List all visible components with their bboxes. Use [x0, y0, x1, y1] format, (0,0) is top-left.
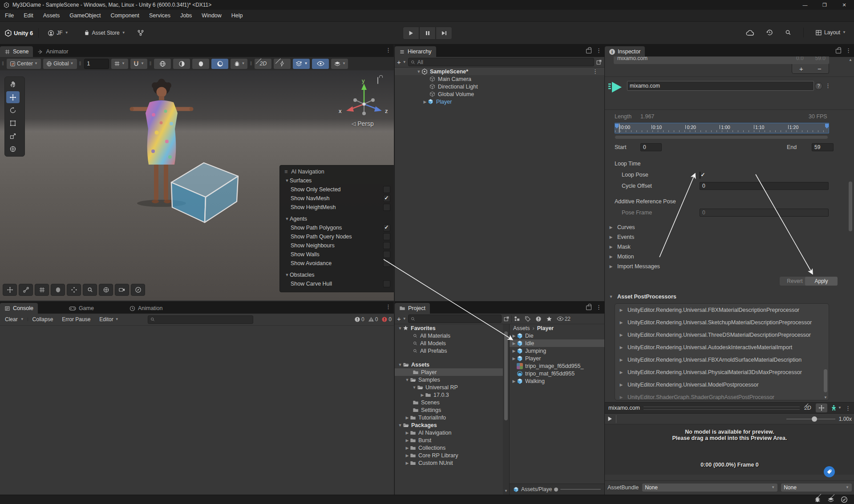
- hierarchy-search-field[interactable]: All: [408, 58, 594, 66]
- favorites-root[interactable]: ▼Favorites: [395, 324, 503, 332]
- cache-disabled-icon[interactable]: [827, 497, 834, 503]
- clip-end-marker[interactable]: [825, 124, 829, 129]
- hierarchy-scene-root[interactable]: ▼ SampleScene* ⋮: [395, 68, 604, 75]
- menu-file[interactable]: File: [0, 10, 19, 21]
- postprocessor-row[interactable]: ▶UnityEditor.Rendering.Universal.Sketchu…: [615, 316, 829, 329]
- checkbox[interactable]: [383, 251, 390, 258]
- postprocessor-row[interactable]: ▶UnityEditor.Rendering.Universal.ThreeDS…: [615, 329, 829, 341]
- file-row-tripo-mat[interactable]: tripo_mat_f65dd955: [510, 370, 604, 377]
- tree-row-assets[interactable]: ▼Assets: [395, 361, 503, 368]
- close-button[interactable]: ✕: [834, 0, 854, 10]
- assetbundle-dropdown[interactable]: None▼: [642, 484, 777, 492]
- view-tool-button[interactable]: [6, 78, 20, 90]
- favorite-all-models[interactable]: All Models: [395, 339, 503, 347]
- open-in-new-window-icon[interactable]: [503, 316, 510, 322]
- overlay-compass-button[interactable]: [131, 284, 145, 296]
- toggle-show-walls[interactable]: Show Walls: [280, 250, 394, 259]
- hierarchy-panel-menu-icon[interactable]: ⋮: [596, 48, 602, 53]
- toggle-show-carve-hull[interactable]: Show Carve Hull: [280, 279, 394, 288]
- tab-console[interactable]: Console: [0, 303, 38, 314]
- scene-viewport[interactable]: y x z ◁ Persp ≡: [0, 70, 394, 300]
- postprocessor-row[interactable]: ▶UnityEditor.Rendering.Universal.Physica…: [615, 366, 829, 379]
- 2d-view-toggle[interactable]: 2D: [255, 59, 271, 69]
- grid-size-field[interactable]: 1: [84, 59, 109, 69]
- loop-time-checkbox[interactable]: [700, 172, 700, 179]
- error-pause-button[interactable]: Error Pause: [57, 316, 95, 323]
- toggle-show-avoidance[interactable]: Show Avoidance: [280, 259, 394, 268]
- project-add-button[interactable]: +: [397, 315, 401, 322]
- toolbar-drag-handle[interactable]: ‖: [2, 60, 4, 67]
- rotate-tool-button[interactable]: [6, 104, 20, 116]
- start-field[interactable]: 0: [640, 143, 662, 151]
- scale-tool-button[interactable]: [6, 130, 20, 142]
- pause-button[interactable]: [419, 27, 436, 40]
- slider-knob[interactable]: [812, 416, 817, 422]
- menu-component[interactable]: Component: [105, 10, 144, 21]
- debug-draw-mode-dropdown[interactable]: ▼: [231, 59, 247, 69]
- rect-tool-button[interactable]: [6, 117, 20, 129]
- file-row-tripo-image[interactable]: tripo_image_f65dd955_: [510, 362, 604, 370]
- foldout-agents[interactable]: ▼Agents: [280, 214, 394, 223]
- tree-row-samples[interactable]: ▼Samples: [395, 376, 503, 383]
- add-clip-button[interactable]: +: [799, 65, 803, 73]
- tree-row-settings[interactable]: Settings: [395, 406, 503, 414]
- menu-edit[interactable]: Edit: [19, 10, 38, 21]
- checkbox[interactable]: [383, 204, 390, 211]
- tree-row-scenes[interactable]: Scenes: [395, 399, 503, 406]
- overlay-move-button[interactable]: [3, 284, 17, 296]
- favorite-all-prefabs[interactable]: All Prefabs: [395, 347, 503, 355]
- checkbox[interactable]: [383, 195, 390, 202]
- preview-pivot-button[interactable]: [816, 403, 827, 412]
- toggle-show-path-polygons[interactable]: Show Path Polygons: [280, 223, 394, 232]
- foldout-surfaces[interactable]: ▼Surfaces: [280, 176, 394, 185]
- minimize-button[interactable]: —: [795, 0, 815, 10]
- file-row-die[interactable]: ▶Die: [510, 332, 604, 339]
- postprocessor-row-partial[interactable]: ▶UnityEditor.ShaderGraph.ShaderGraphAsse…: [615, 391, 829, 400]
- step-button[interactable]: [436, 27, 452, 40]
- project-panel-menu-icon[interactable]: ⋮: [596, 304, 602, 310]
- checkbox[interactable]: [383, 186, 390, 193]
- menu-services[interactable]: Services: [144, 10, 175, 21]
- inspector-scrollbar[interactable]: ▲: [847, 58, 853, 387]
- orientation-gizmo[interactable]: y x z: [335, 73, 393, 126]
- file-row-walking[interactable]: ▶Walking: [510, 377, 604, 385]
- preview-avatar-dropdown[interactable]: ▼: [831, 405, 842, 411]
- scrollbar-thumb[interactable]: [824, 369, 827, 392]
- asset-postprocessors-header[interactable]: ▼Asset PostProcessors: [608, 293, 676, 300]
- hierarchy-add-button[interactable]: +: [397, 59, 401, 65]
- rendering-debugger-dropdown[interactable]: ▼: [293, 59, 310, 69]
- foldout-events[interactable]: ▶Events: [608, 233, 634, 241]
- menu-gameobject[interactable]: GameObject: [65, 10, 105, 21]
- asset-labels-button[interactable]: [824, 466, 835, 477]
- checkbox[interactable]: [383, 224, 390, 231]
- favorites-filter-icon[interactable]: [546, 316, 552, 322]
- foldout-obstacles[interactable]: ▼Obstacles: [280, 270, 394, 279]
- preview-speed-slider[interactable]: [786, 419, 835, 419]
- visibility-count[interactable]: 22: [557, 316, 571, 322]
- tree-row-custom-nunit[interactable]: ▶Custom NUnit: [395, 459, 503, 467]
- collapse-button[interactable]: Collapse: [28, 316, 58, 323]
- file-row-jumping[interactable]: ▶Jumping: [510, 347, 604, 355]
- inspector-lock-icon[interactable]: [836, 49, 841, 53]
- tab-scene[interactable]: Scene: [0, 46, 33, 57]
- foldout-mask[interactable]: ▶Mask: [608, 243, 631, 250]
- debugger-disabled-icon[interactable]: [814, 496, 821, 503]
- overlay-zoom-button[interactable]: [83, 284, 97, 296]
- tree-row-17-0-3[interactable]: ▶17.0.3: [395, 391, 503, 399]
- overlay-camera-button[interactable]: [115, 284, 129, 296]
- maximize-button[interactable]: ❐: [815, 0, 834, 10]
- console-log-area[interactable]: [0, 326, 394, 504]
- postprocessor-row[interactable]: ▶UnityEditor.Rendering.Universal.FBXArno…: [615, 354, 829, 366]
- menu-jobs[interactable]: Jobs: [175, 10, 197, 21]
- apply-button[interactable]: Apply: [805, 277, 838, 286]
- preview-area[interactable]: No model is available for preview. Pleas…: [605, 424, 854, 475]
- background-tasks-icon[interactable]: [841, 496, 848, 503]
- remove-clip-button[interactable]: −: [818, 65, 822, 73]
- toggle-show-heightmesh[interactable]: Show HeightMesh: [280, 203, 394, 212]
- toggle-show-path-query-nodes[interactable]: Show Path Query Nodes: [280, 232, 394, 241]
- checkbox[interactable]: [383, 280, 390, 287]
- favorite-all-materials[interactable]: All Materials: [395, 332, 503, 339]
- asset-store-dropdown[interactable]: Asset Store ▼: [80, 27, 129, 39]
- global-search-button[interactable]: [781, 27, 795, 38]
- checkbox[interactable]: [383, 233, 390, 240]
